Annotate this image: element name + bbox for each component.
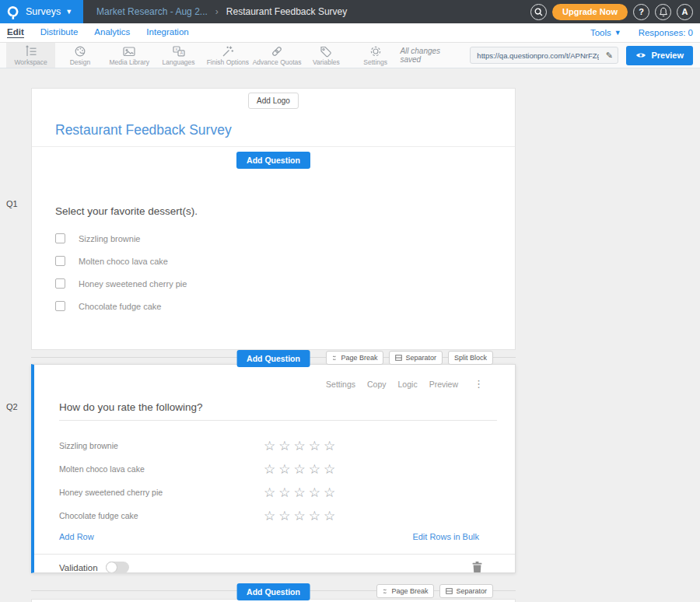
split-block-button[interactable]: Split Block [448, 351, 493, 365]
q1-option-row: Chocolate fudge cake [55, 301, 492, 311]
avatar[interactable]: A [677, 4, 693, 20]
star-rating-icons[interactable]: ☆☆☆☆☆ [264, 486, 338, 499]
page-break-button[interactable]: Page Break [326, 351, 383, 365]
q1-option-row: Molten choco lava cake [55, 256, 492, 266]
question-copy-button[interactable]: Copy [367, 380, 387, 389]
media-library-icon [122, 45, 136, 58]
q2-rating-row: Honey sweetened cherry pie ☆☆☆☆☆ [34, 481, 515, 504]
more-options-dots-icon[interactable]: ⋮ [474, 378, 484, 390]
tab-edit[interactable]: Edit [7, 27, 24, 38]
toolbar-item-languages[interactable]: x A Languages [154, 43, 203, 68]
toolbar-item-variables[interactable]: Variables [302, 43, 351, 68]
page-break-button[interactable]: Page Break [376, 584, 434, 598]
tab-distribute[interactable]: Distribute [40, 27, 79, 38]
insert-question-row: Add Question Page Break Separator Split … [31, 350, 516, 364]
q2-question-text[interactable]: How do you rate the following? [59, 401, 203, 413]
separator-label: Separator [456, 587, 487, 595]
search-button[interactable] [530, 4, 547, 20]
add-question-button[interactable]: Add Question [236, 350, 310, 367]
eye-icon [635, 51, 646, 59]
toolbar-item-media-library[interactable]: Media Library [105, 43, 154, 68]
add-logo-button[interactable]: Add Logo [248, 93, 299, 109]
toolbar-item-design[interactable]: Design [55, 43, 104, 68]
q2-row-label[interactable]: Sizzling brownie [59, 441, 264, 450]
question-number-q1: Q1 [6, 199, 18, 208]
split-block-label: Split Block [454, 354, 487, 362]
star-rating-icons[interactable]: ☆☆☆☆☆ [264, 439, 338, 453]
separator-button[interactable]: Separator [439, 584, 493, 598]
edit-url-pencil-icon[interactable]: ✎ [600, 51, 618, 61]
tools-menu-label: Tools [590, 28, 611, 37]
toolbar-item-workspace[interactable]: Workspace [6, 43, 55, 68]
q1-option-label[interactable]: Chocolate fudge cake [79, 302, 161, 311]
q1-option-label[interactable]: Honey sweetened cherry pie [79, 279, 187, 289]
separator-icon [395, 355, 402, 361]
survey-tab-bar: Edit Distribute Analytics Integration To… [0, 23, 700, 43]
preview-button-label: Preview [651, 51, 684, 60]
divider [59, 420, 497, 421]
bell-icon [659, 7, 668, 17]
breadcrumb-folder[interactable]: Market Research - Aug 2... [96, 6, 208, 17]
tab-analytics[interactable]: Analytics [94, 27, 130, 38]
survey-url-box: ✎ [470, 47, 618, 64]
q1-question-text[interactable]: Select your favorite dessert(s). [55, 205, 492, 218]
q1-option-label[interactable]: Molten choco lava cake [79, 257, 168, 266]
q2-row-label[interactable]: Honey sweetened cherry pie [59, 488, 264, 497]
toolbar-item-label: Languages [163, 58, 195, 66]
upgrade-now-button[interactable]: Upgrade Now [552, 4, 628, 20]
breadcrumb: Market Research - Aug 2... › Restaurant … [96, 6, 347, 17]
survey-title[interactable]: Restaurant Feedback Survey [32, 109, 515, 138]
trash-icon [472, 562, 482, 573]
q2-rating-row: Chocolate fudge cake ☆☆☆☆☆ [34, 504, 515, 527]
checkbox[interactable] [55, 256, 65, 266]
page-break-icon [332, 355, 338, 362]
question-settings-button[interactable]: Settings [326, 380, 355, 389]
responses-count-link[interactable]: Responses: 0 [639, 28, 693, 37]
page-break-label: Page Break [391, 587, 428, 595]
q2-row-label[interactable]: Molten choco lava cake [59, 464, 264, 474]
question-preview-button[interactable]: Preview [429, 380, 458, 389]
separator-icon [446, 588, 453, 594]
tools-menu[interactable]: Tools ▼ [590, 28, 621, 37]
star-rating-icons[interactable]: ☆☆☆☆☆ [264, 463, 338, 476]
insert-question-row: Add Question Page Break Separator [31, 583, 516, 597]
edit-rows-in-bulk-link[interactable]: Edit Rows in Bulk [412, 532, 479, 541]
workspace-icon [24, 45, 38, 58]
checkbox[interactable] [55, 301, 65, 311]
question-number-q2: Q2 [6, 402, 18, 411]
add-question-button[interactable]: Add Question [236, 152, 310, 169]
question-action-menu: Settings Copy Logic Preview ⋮ [34, 365, 515, 390]
separator-button[interactable]: Separator [389, 351, 443, 365]
q2-row-label[interactable]: Chocolate fudge cake [59, 511, 264, 520]
tab-integration[interactable]: Integration [146, 27, 188, 38]
star-rating-icons[interactable]: ☆☆☆☆☆ [264, 509, 338, 523]
q2-rating-row: Molten choco lava cake ☆☆☆☆☆ [34, 457, 515, 481]
toolbar-item-label: Finish Options [207, 58, 249, 66]
checkbox[interactable] [55, 278, 65, 289]
notifications-button[interactable] [655, 4, 671, 20]
questionpro-logo-icon [7, 5, 19, 19]
add-row-link[interactable]: Add Row [59, 532, 94, 541]
toolbar-item-finish-options[interactable]: Finish Options [203, 43, 252, 68]
preview-button[interactable]: Preview [626, 46, 693, 65]
help-button[interactable]: ? [633, 4, 649, 20]
q1-option-label[interactable]: Sizzling brownie [79, 234, 140, 243]
validation-label: Validation [59, 563, 98, 572]
toolbar-item-label: Workspace [14, 58, 47, 66]
product-menu[interactable]: Surveys ▼ [0, 0, 83, 23]
toolbar-item-label: Media Library [109, 58, 149, 66]
delete-question-button[interactable] [472, 562, 482, 573]
validation-toggle[interactable] [106, 562, 129, 573]
survey-url-input[interactable] [471, 51, 600, 60]
survey-header-and-q1-card: Add Logo Restaurant Feedback Survey Add … [31, 88, 516, 350]
checkbox[interactable] [55, 233, 65, 243]
design-palette-icon [73, 45, 87, 58]
add-question-button[interactable]: Add Question [236, 583, 310, 600]
toolbar-item-advance-quotas[interactable]: Advance Quotas [252, 43, 301, 68]
survey-editor-canvas: Q1 Q2 Add Logo Restaurant Feedback Surve… [0, 68, 700, 602]
question-logic-button[interactable]: Logic [398, 380, 418, 389]
chevron-down-icon: ▼ [65, 9, 72, 16]
question-mark-icon: ? [639, 7, 644, 16]
toolbar-item-settings[interactable]: Settings [351, 43, 400, 68]
toggle-knob [106, 562, 117, 573]
